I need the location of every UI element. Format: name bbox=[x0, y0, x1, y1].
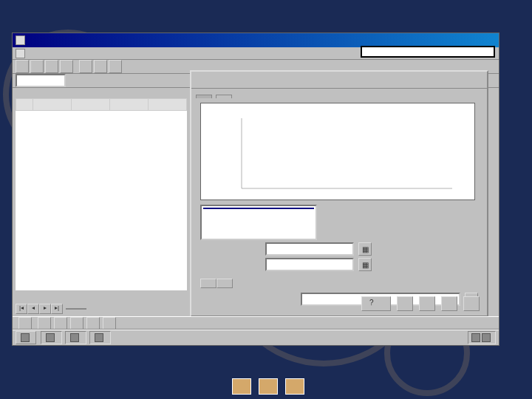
slide-nav bbox=[232, 378, 304, 395]
task-item-2[interactable] bbox=[89, 331, 111, 344]
next-button[interactable] bbox=[441, 296, 457, 311]
name-input[interactable] bbox=[265, 242, 354, 256]
tool-open[interactable] bbox=[30, 60, 44, 73]
refedit-icon[interactable]: ▦ bbox=[358, 258, 372, 271]
tab-nav-next[interactable]: ▸ bbox=[39, 304, 51, 314]
wizard-chart-preview bbox=[200, 103, 475, 200]
tool-new[interactable] bbox=[16, 60, 29, 73]
name-box[interactable] bbox=[16, 74, 66, 87]
speaker-icon bbox=[482, 333, 491, 342]
chart-wizard-dialog: ▦ ▦ ▦ ? bbox=[190, 70, 488, 317]
tool-cut[interactable] bbox=[79, 60, 92, 73]
system-tray[interactable] bbox=[468, 331, 496, 344]
tab-nav-prev[interactable]: ◂ bbox=[27, 304, 39, 314]
sheet-tabs: |◂ ◂ ▸ ▸| bbox=[16, 304, 86, 314]
back-button[interactable] bbox=[419, 296, 435, 311]
sheet-tab-1[interactable] bbox=[76, 308, 86, 310]
tool-save[interactable] bbox=[45, 60, 58, 73]
values-input[interactable] bbox=[265, 258, 354, 271]
tool-print[interactable] bbox=[60, 60, 73, 73]
excel-window: |◂ ◂ ▸ ▸| bbox=[12, 33, 499, 346]
wizard-title bbox=[191, 72, 487, 89]
home-slide-button[interactable] bbox=[259, 378, 278, 395]
tab-series[interactable] bbox=[216, 95, 232, 98]
sheet-tab-0[interactable] bbox=[66, 308, 76, 310]
windows-icon bbox=[21, 333, 30, 342]
series-item-0[interactable] bbox=[203, 208, 314, 209]
tool-paste[interactable] bbox=[109, 60, 122, 73]
tray-icon bbox=[471, 333, 480, 342]
refedit-icon[interactable]: ▦ bbox=[358, 242, 372, 256]
prev-slide-button[interactable] bbox=[232, 378, 251, 395]
series-list[interactable] bbox=[200, 205, 317, 240]
workbook-icon bbox=[16, 49, 25, 58]
tab-data-range[interactable] bbox=[196, 95, 212, 98]
instruction-callout bbox=[361, 46, 495, 58]
tab-nav-last[interactable]: ▸| bbox=[51, 304, 63, 314]
add-series-button[interactable] bbox=[200, 279, 216, 288]
tool-copy[interactable] bbox=[94, 60, 107, 73]
tab-nav-first[interactable]: |◂ bbox=[16, 304, 27, 314]
spreadsheet[interactable] bbox=[16, 98, 187, 290]
task-item-1[interactable] bbox=[65, 331, 86, 344]
cancel-button[interactable] bbox=[397, 296, 413, 311]
taskbar bbox=[13, 330, 499, 345]
app-icon bbox=[70, 333, 79, 342]
finish-button[interactable] bbox=[463, 296, 480, 311]
next-slide-button[interactable] bbox=[285, 378, 304, 395]
task-item-0[interactable] bbox=[41, 331, 62, 344]
excel-icon bbox=[16, 35, 25, 45]
remove-series-button[interactable] bbox=[216, 279, 233, 288]
start-button[interactable] bbox=[16, 331, 36, 344]
app-icon bbox=[95, 333, 103, 342]
app-icon bbox=[46, 333, 55, 342]
help-button[interactable]: ? bbox=[361, 296, 391, 311]
